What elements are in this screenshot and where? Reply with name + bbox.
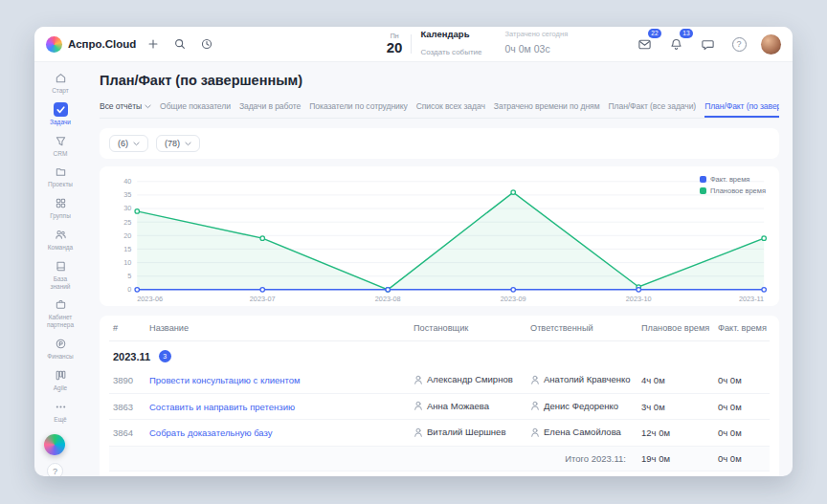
task-link[interactable]: Составить и направить претензию (149, 402, 295, 412)
table-row[interactable]: 3863 Составить и направить претензию Анн… (109, 393, 770, 420)
sidebar-item-start[interactable]: Старт (36, 67, 84, 98)
svg-text:35: 35 (123, 190, 131, 199)
chat-icon (701, 37, 715, 52)
tab-all-reports[interactable]: Все отчёты (100, 96, 151, 118)
calendar-widget[interactable]: Пн 20 Календарь Создать событие (387, 29, 482, 59)
group-count-badge: 3 (159, 350, 171, 362)
filter-chip-1[interactable]: (6) (109, 135, 148, 152)
task-id: 3864 (109, 420, 145, 447)
svg-text:2023-06: 2023-06 (137, 296, 163, 304)
column-header-assignee[interactable]: Ответственный (526, 316, 637, 341)
notifications-button[interactable]: 13 (666, 34, 685, 54)
create-event-label[interactable]: Создать событие (420, 48, 481, 56)
sidebar-item-knowledge-base[interactable]: База знаний (36, 255, 84, 294)
group-row-2023-11: 2023.11 3 (109, 341, 770, 368)
people-icon (38, 228, 82, 242)
mail-icon (637, 37, 652, 52)
svg-text:2023-08: 2023-08 (375, 296, 401, 304)
tab-tasks-in-progress[interactable]: Задачи в работе (239, 96, 301, 118)
person-icon (530, 375, 540, 384)
filter-chip-2[interactable]: (78) (156, 135, 200, 152)
svg-text:0: 0 (127, 285, 131, 294)
table-header-row: # Название Постановщик Ответственный Пла… (109, 316, 770, 341)
grid-icon (38, 196, 82, 210)
brand[interactable]: Аспро.Cloud (46, 36, 136, 53)
history-button[interactable] (197, 34, 216, 54)
sidebar-item-groups[interactable]: Группы (36, 192, 84, 223)
task-link[interactable]: Собрать доказательную базу (149, 427, 273, 438)
sidebar-item-agile[interactable]: Agile (36, 364, 84, 395)
sidebar-item-partner-cabinet[interactable]: Кабинет партнера (36, 294, 84, 332)
ellipsis-icon (38, 400, 82, 414)
author-cell[interactable]: Анна Можаева (414, 401, 489, 411)
planned-time: 3ч 0м (637, 393, 714, 420)
history-clock-icon (200, 37, 213, 51)
chat-button[interactable] (698, 34, 717, 54)
task-link[interactable]: Провести консультацию с клиентом (149, 375, 301, 385)
chevron-down-icon (133, 142, 140, 146)
assignee-cell[interactable]: Анатолий Кравченко (530, 374, 631, 384)
date-block: Пн 20 (387, 33, 403, 55)
legend-item-fact: Факт. время (700, 175, 766, 184)
tab-all-tasks-list[interactable]: Список всех задач (416, 96, 485, 118)
svg-text:2023-11: 2023-11 (739, 296, 764, 304)
sidebar-item-tasks[interactable]: Задачи (36, 99, 84, 129)
fact-time: 0ч 0м (714, 393, 770, 420)
assistant-widget-button[interactable] (44, 434, 65, 455)
top-bar: Аспро.Cloud Пн 20 Календарь Созд (34, 27, 793, 62)
svg-text:2023-09: 2023-09 (501, 296, 526, 304)
time-tracker[interactable]: Затрачено сегодня 0ч 0м 03с (505, 30, 569, 59)
report-table-card: # Название Постановщик Ответственный Пла… (100, 316, 779, 476)
fact-series-swatch (700, 176, 706, 183)
svg-text:2023-10: 2023-10 (626, 296, 652, 304)
assignee-cell[interactable]: Денис Федоренко (530, 401, 618, 411)
sidebar-item-crm[interactable]: CRM (36, 130, 84, 161)
column-header-author[interactable]: Постановщик (410, 316, 526, 341)
divider (411, 34, 412, 54)
mail-button[interactable]: 22 (635, 34, 654, 54)
plan-fact-chart[interactable]: 05101520253035402023-062023-072023-08202… (109, 174, 770, 304)
group-label: 2023.11 (113, 351, 150, 362)
person-icon (414, 401, 423, 410)
tab-plan-fact-completed[interactable]: План/Факт (по завершенным) (704, 96, 779, 118)
timer-label: Затрачено сегодня (505, 30, 569, 39)
help-button[interactable]: ? (729, 34, 749, 54)
briefcase-icon (38, 297, 82, 312)
assignee-cell[interactable]: Елена Самойлова (530, 427, 621, 437)
header-icons: 22 13 ? (635, 34, 781, 55)
timer-value: 0ч 0м 03с (505, 43, 550, 55)
tab-plan-fact-all-tasks[interactable]: План/Факт (все задачи) (608, 96, 696, 118)
funnel-icon (38, 134, 82, 148)
total-row-2023-11: Итого 2023.11: 19ч 0м 0ч 0м (109, 446, 770, 471)
report-tabs: Все отчёты Общие показатели Задачи в раб… (100, 96, 779, 119)
svg-text:30: 30 (123, 204, 131, 212)
avatar[interactable] (761, 34, 781, 55)
table-row[interactable]: 3890 Провести консультацию с клиентом Ал… (109, 367, 770, 393)
home-icon (38, 71, 82, 85)
sidebar-item-finance[interactable]: Финансы (36, 333, 84, 363)
search-button[interactable] (170, 34, 190, 54)
help-widget-button[interactable]: ? (47, 463, 63, 476)
column-header-name[interactable]: Название (145, 316, 410, 341)
tab-employee-metrics[interactable]: Показатели по сотруднику (309, 96, 407, 118)
brand-logo-icon (46, 36, 62, 53)
weekday-label: Пн (387, 33, 403, 39)
add-button[interactable] (144, 34, 163, 54)
column-header-planned[interactable]: Плановое время (637, 316, 714, 341)
sidebar-item-more[interactable]: Ещё (36, 396, 84, 427)
column-header-fact[interactable]: Факт. время (714, 316, 770, 341)
table-row[interactable]: 3864 Собрать доказательную базу Виталий … (109, 420, 770, 447)
chart-card: Факт. время Плановое время 0510152025303… (100, 166, 779, 306)
svg-text:40: 40 (123, 177, 131, 186)
sidebar-item-projects[interactable]: Проекты (36, 161, 84, 191)
tasks-check-icon (38, 102, 82, 117)
brand-name: Аспро.Cloud (68, 38, 136, 50)
sidebar: Старт Задачи CRM Проекты Группы (34, 62, 86, 476)
tab-general-metrics[interactable]: Общие показатели (160, 96, 231, 118)
author-cell[interactable]: Александр Смирнов (414, 374, 513, 384)
author-cell[interactable]: Виталий Шершнев (414, 427, 505, 437)
calendar-title[interactable]: Календарь (420, 29, 481, 40)
tab-time-by-days[interactable]: Затрачено времени по дням (494, 96, 600, 118)
column-header-id[interactable]: # (109, 316, 145, 341)
sidebar-item-team[interactable]: Команда (36, 224, 84, 254)
